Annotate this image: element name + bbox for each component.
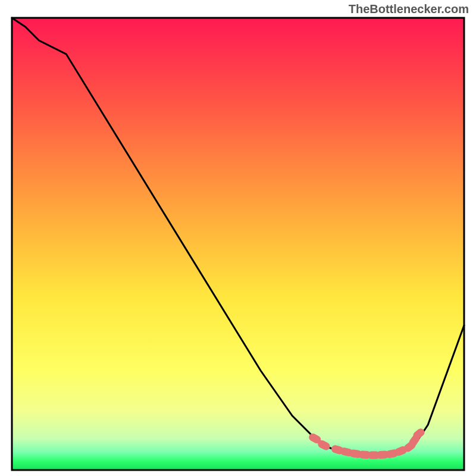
chart-root: TheBottlenecker.com (0, 0, 476, 476)
bottleneck-chart (0, 0, 476, 476)
attribution-text: TheBottlenecker.com (349, 2, 469, 16)
plot-background (12, 18, 464, 470)
